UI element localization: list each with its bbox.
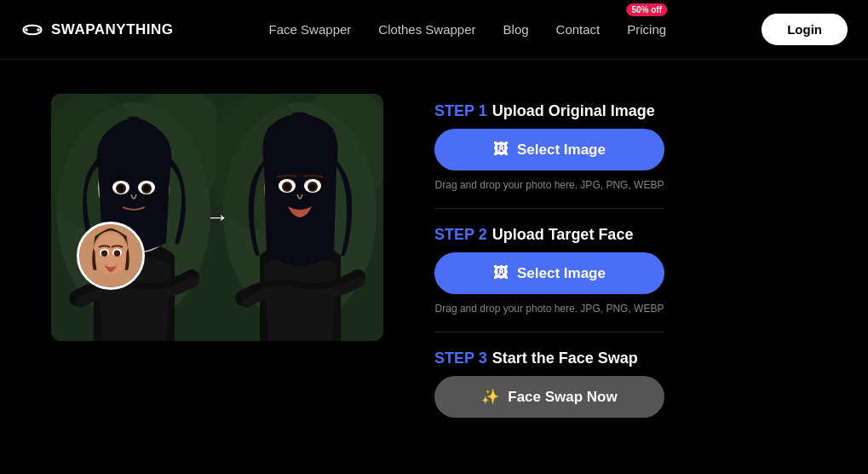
step1-section: STEP 1 Upload Original Image 🖼 Select Im… (434, 102, 817, 191)
select-image-1-label: Select Image (517, 142, 606, 159)
logo[interactable]: SWAPANYTHING (20, 18, 174, 42)
demo-right-panel (217, 94, 383, 341)
face-swap-now-button[interactable]: ✨ Face Swap Now (434, 376, 664, 418)
nav-links: Face Swapper Clothes Swapper Blog Contac… (269, 22, 667, 38)
nav-clothes-swapper[interactable]: Clothes Swapper (378, 22, 475, 37)
step1-desc: Upload Original Image (492, 102, 655, 120)
svg-point-18 (101, 251, 107, 257)
svg-point-12 (118, 186, 124, 192)
step2-section: STEP 2 Upload Target Face 🖼 Select Image… (434, 226, 817, 315)
step2-desc: Upload Target Face (492, 226, 634, 244)
discount-badge: 50% off (626, 3, 667, 16)
step3-section: STEP 3 Start the Face Swap ✨ Face Swap N… (434, 350, 817, 418)
swapped-portrait (217, 94, 383, 341)
select-image-1-button[interactable]: 🖼 Select Image (434, 129, 664, 171)
target-face-svg (79, 224, 142, 287)
step3-header: STEP 3 Start the Face Swap (434, 350, 817, 367)
divider-1 (434, 208, 664, 209)
nav-pricing[interactable]: Pricing (627, 22, 666, 37)
image-icon-1: 🖼 (493, 141, 509, 159)
nav-face-swapper[interactable]: Face Swapper (269, 22, 352, 37)
original-portrait (51, 94, 217, 341)
svg-point-0 (25, 28, 28, 32)
step3-desc: Start the Face Swap (492, 350, 638, 367)
step3-number: STEP 3 (434, 350, 487, 367)
drag-drop-text-2: Drag and drop your photo here. JPG, PNG,… (434, 303, 664, 315)
login-button[interactable]: Login (762, 14, 848, 45)
svg-point-31 (310, 184, 316, 190)
right-panel: STEP 1 Upload Original Image 🖼 Select Im… (434, 94, 817, 418)
navbar: SWAPANYTHING Face Swapper Clothes Swappe… (0, 0, 868, 60)
svg-point-13 (144, 186, 150, 192)
step1-number: STEP 1 (434, 102, 487, 120)
logo-icon (20, 18, 44, 42)
pricing-wrapper: 50% off Pricing (627, 22, 666, 38)
main-content: → (0, 60, 868, 435)
step2-number: STEP 2 (434, 226, 487, 244)
nav-contact[interactable]: Contact (556, 22, 601, 37)
target-face-circle (77, 222, 145, 290)
select-image-2-label: Select Image (517, 265, 606, 282)
step1-header: STEP 1 Upload Original Image (434, 102, 817, 120)
svg-point-19 (114, 251, 120, 257)
svg-point-1 (37, 28, 40, 32)
nav-blog[interactable]: Blog (503, 22, 529, 37)
select-image-2-button[interactable]: 🖼 Select Image (434, 252, 664, 294)
demo-image: → (51, 94, 383, 341)
svg-point-30 (285, 184, 290, 190)
divider-2 (434, 332, 664, 332)
logo-text: SWAPANYTHING (51, 21, 174, 38)
swap-arrow: → (205, 204, 229, 231)
step2-header: STEP 2 Upload Target Face (434, 226, 817, 244)
face-swap-label: Face Swap Now (508, 389, 617, 406)
drag-drop-text-1: Drag and drop your photo here. JPG, PNG,… (434, 179, 664, 191)
face-swap-icon: ✨ (481, 388, 499, 406)
image-icon-2: 🖼 (493, 264, 509, 282)
demo-left-panel (51, 94, 217, 341)
